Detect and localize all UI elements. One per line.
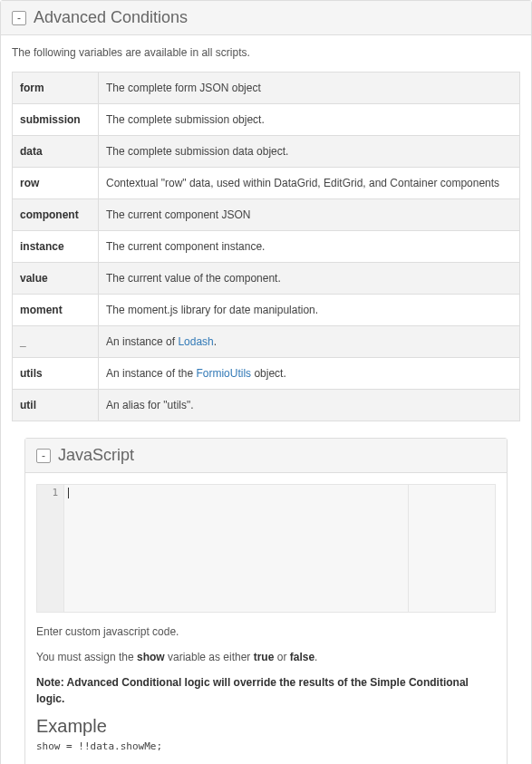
variable-desc: The complete submission data object.: [99, 136, 520, 168]
example-code: show = !!data.showMe;: [36, 740, 496, 752]
code-input[interactable]: [64, 485, 495, 612]
advanced-conditions-body: The following variables are available in…: [1, 35, 531, 764]
example-heading: Example: [36, 716, 496, 737]
advanced-conditions-header[interactable]: - Advanced Conditions: [1, 1, 531, 35]
help-bold: true: [254, 651, 275, 663]
advanced-conditions-title: Advanced Conditions: [34, 8, 188, 27]
doc-link[interactable]: FormioUtils: [196, 367, 251, 380]
help-text-fragment: variable as either: [165, 651, 254, 663]
collapse-toggle-icon[interactable]: -: [12, 11, 26, 25]
variable-name: submission: [13, 104, 99, 136]
cursor-icon: [68, 488, 69, 498]
variable-desc: The complete submission object.: [99, 104, 520, 136]
variable-desc: The complete form JSON object: [99, 73, 520, 104]
help-text-fragment: You must assign the: [36, 651, 137, 663]
variable-desc: The current component JSON: [99, 199, 520, 231]
variable-desc: The current component instance.: [99, 231, 520, 263]
note-bold: Note: Advanced Conditional logic will ov…: [36, 676, 469, 705]
help-text-1: Enter custom javascript code.: [36, 624, 496, 640]
code-editor[interactable]: 1: [36, 484, 496, 613]
help-text-fragment: .: [314, 651, 317, 663]
help-text-fragment: or: [274, 651, 289, 663]
variable-desc: An instance of Lodash.: [99, 326, 520, 358]
table-row: valueThe current value of the component.: [13, 263, 520, 295]
table-row: momentThe moment.js library for date man…: [13, 295, 520, 326]
variable-name: util: [13, 390, 99, 421]
help-text-2: You must assign the show variable as eit…: [36, 649, 496, 665]
variable-name: row: [13, 168, 99, 199]
variable-name: instance: [13, 231, 99, 263]
table-row: submissionThe complete submission object…: [13, 104, 520, 136]
variable-name: value: [13, 263, 99, 295]
variable-desc: Contextual "row" data, used within DataG…: [99, 168, 520, 199]
code-margin-line: [408, 485, 409, 612]
javascript-panel: - JavaScript 1 Enter custom javascript c…: [24, 438, 508, 764]
javascript-body: 1 Enter custom javascript code. You must…: [25, 473, 507, 764]
variable-name: form: [13, 73, 99, 104]
help-bold: false: [290, 651, 314, 663]
code-gutter: 1: [37, 485, 64, 612]
doc-link[interactable]: Lodash: [178, 335, 213, 348]
help-bold: show: [137, 651, 165, 663]
variable-name: moment: [13, 295, 99, 326]
collapse-toggle-icon[interactable]: -: [36, 449, 51, 463]
table-row: instanceThe current component instance.: [13, 231, 520, 263]
variables-table: formThe complete form JSON objectsubmiss…: [12, 72, 520, 421]
variable-name: data: [13, 136, 99, 168]
variable-desc: The moment.js library for date manipulat…: [99, 295, 520, 326]
table-row: formThe complete form JSON object: [13, 73, 520, 104]
variable-desc: An instance of the FormioUtils object.: [99, 358, 520, 390]
variable-desc: The current value of the component.: [99, 263, 520, 295]
javascript-header[interactable]: - JavaScript: [25, 439, 507, 473]
table-row: _An instance of Lodash.: [13, 326, 520, 358]
javascript-title: JavaScript: [58, 446, 134, 465]
help-note: Note: Advanced Conditional logic will ov…: [36, 674, 496, 707]
variable-desc: An alias for "utils".: [99, 390, 520, 421]
variable-name: utils: [13, 358, 99, 390]
table-row: utilsAn instance of the FormioUtils obje…: [13, 358, 520, 390]
table-row: rowContextual "row" data, used within Da…: [13, 168, 520, 199]
table-row: componentThe current component JSON: [13, 199, 520, 231]
variable-name: _: [13, 326, 99, 358]
table-row: utilAn alias for "utils".: [13, 390, 520, 421]
variable-name: component: [13, 199, 99, 231]
advanced-conditions-panel: - Advanced Conditions The following vari…: [0, 0, 532, 764]
table-row: dataThe complete submission data object.: [13, 136, 520, 168]
intro-text: The following variables are available in…: [12, 46, 520, 59]
